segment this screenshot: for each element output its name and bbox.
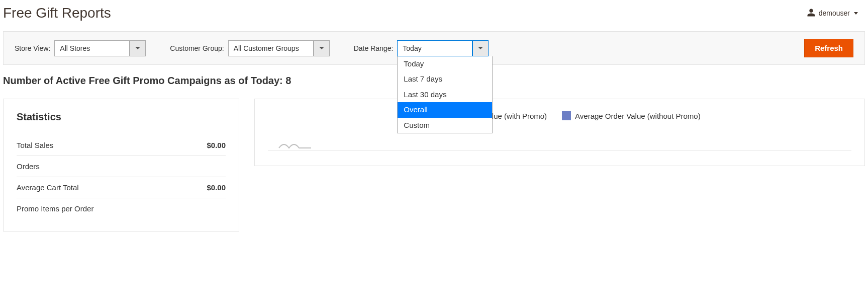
stat-label: Orders <box>17 162 40 171</box>
date-range-option-today[interactable]: Today <box>398 56 492 72</box>
date-range-toggle[interactable] <box>472 40 489 56</box>
date-range-option-overall[interactable]: Overall <box>398 102 492 118</box>
legend-swatch <box>562 111 571 120</box>
chart-plot-area <box>268 132 851 150</box>
user-name: demouser <box>819 9 850 17</box>
user-icon <box>807 8 816 19</box>
statistics-card: Statistics Total Sales $0.00 Orders Aver… <box>3 99 239 232</box>
date-range-select[interactable]: Today Today Last 7 days Last 30 days Ove… <box>397 40 489 56</box>
customer-group-value: All Customer Groups <box>228 40 314 56</box>
date-range-dropdown: Today Last 7 days Last 30 days Overall C… <box>397 56 493 134</box>
stat-value: $0.00 <box>207 183 226 192</box>
page-title: Free Gift Reports <box>3 5 111 21</box>
chevron-down-icon <box>478 47 483 49</box>
customer-group-select[interactable]: All Customer Groups <box>228 40 330 56</box>
stat-label: Total Sales <box>17 141 53 149</box>
stat-row-avg-cart: Average Cart Total $0.00 <box>17 177 226 198</box>
date-range-label: Date Range: <box>354 44 394 52</box>
chart-card: Average Order Value (with Promo) Average… <box>254 99 865 166</box>
store-view-value: All Stores <box>54 40 130 56</box>
store-view-filter: Store View: All Stores <box>15 40 146 56</box>
chevron-down-icon <box>319 47 324 49</box>
filter-bar: Store View: All Stores Customer Group: A… <box>3 31 865 65</box>
legend-label: Average Order Value (without Promo) <box>575 112 701 120</box>
store-view-toggle[interactable] <box>130 40 146 56</box>
stat-row-promo-items: Promo Items per Order <box>17 198 226 219</box>
customer-group-label: Customer Group: <box>170 44 224 52</box>
date-range-option-last30[interactable]: Last 30 days <box>398 87 492 103</box>
store-view-label: Store View: <box>15 44 50 52</box>
user-menu[interactable]: demouser <box>807 8 858 19</box>
date-range-value: Today <box>397 40 472 56</box>
stat-row-orders: Orders <box>17 156 226 177</box>
chevron-down-icon <box>854 12 858 15</box>
chart-empty-squiggle-icon <box>278 140 313 150</box>
refresh-button[interactable]: Refresh <box>804 39 853 57</box>
stat-label: Average Cart Total <box>17 183 79 192</box>
stat-value: $0.00 <box>207 141 226 149</box>
customer-group-toggle[interactable] <box>314 40 330 56</box>
customer-group-filter: Customer Group: All Customer Groups <box>170 40 329 56</box>
chart-legend: Average Order Value (with Promo) Average… <box>268 111 851 120</box>
statistics-title: Statistics <box>17 111 226 123</box>
chevron-down-icon <box>135 47 140 49</box>
stat-row-total-sales: Total Sales $0.00 <box>17 135 226 156</box>
stat-label: Promo Items per Order <box>17 204 93 213</box>
date-range-filter: Date Range: Today Today Last 7 days Last… <box>354 40 489 56</box>
date-range-option-custom[interactable]: Custom <box>398 118 492 133</box>
legend-item-without-promo[interactable]: Average Order Value (without Promo) <box>562 111 701 120</box>
date-range-option-last7[interactable]: Last 7 days <box>398 71 492 87</box>
store-view-select[interactable]: All Stores <box>54 40 146 56</box>
